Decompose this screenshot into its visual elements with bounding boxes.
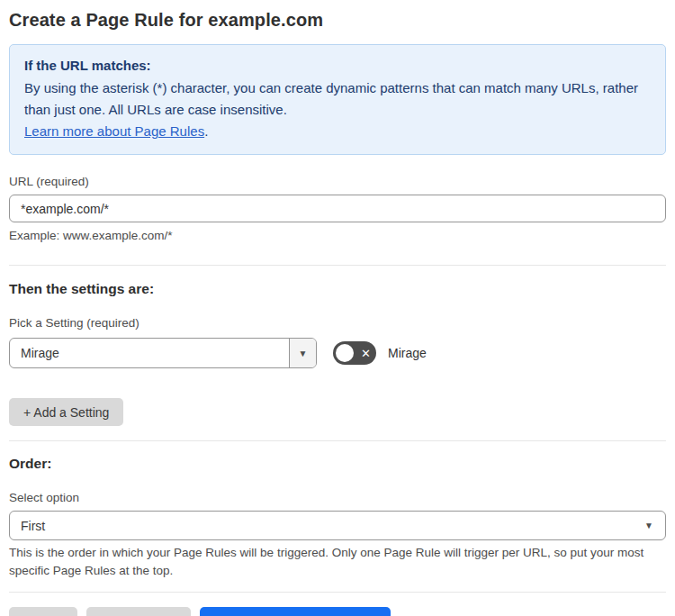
- chevron-down-icon: ▼: [644, 512, 653, 539]
- toggle-off-icon: ✕: [361, 341, 371, 365]
- divider: [9, 440, 666, 441]
- url-match-info-box: If the URL matches: By using the asteris…: [9, 44, 666, 155]
- setting-select-value: Mirage: [10, 339, 289, 367]
- url-input[interactable]: [9, 195, 666, 222]
- url-example-text: Example: www.example.com/*: [9, 227, 666, 245]
- learn-more-link[interactable]: Learn more about Page Rules: [24, 123, 204, 139]
- order-select[interactable]: First ▼: [9, 511, 666, 540]
- page-title: Create a Page Rule for example.com: [9, 7, 666, 32]
- divider: [9, 592, 666, 593]
- settings-section-heading: Then the settings are:: [9, 280, 666, 297]
- toggle-knob: [336, 344, 354, 362]
- divider: [9, 265, 666, 266]
- setting-row: Mirage ▼ ✕ Mirage: [9, 338, 666, 368]
- add-setting-button[interactable]: + Add a Setting: [9, 398, 123, 426]
- mirage-toggle[interactable]: ✕: [333, 341, 376, 365]
- setting-select[interactable]: Mirage ▼: [9, 338, 317, 368]
- order-select-label: Select option: [9, 490, 666, 505]
- info-box-heading: If the URL matches:: [24, 55, 651, 77]
- footer-actions: Cancel Save as Draft Save and Deploy Pag…: [9, 607, 666, 616]
- create-page-rule-form: Create a Page Rule for example.com If th…: [0, 0, 675, 616]
- save-as-draft-button[interactable]: Save as Draft: [86, 607, 192, 616]
- chevron-down-icon: ▼: [299, 349, 308, 358]
- info-box-link-line: Learn more about Page Rules.: [24, 121, 651, 142]
- save-and-deploy-button[interactable]: Save and Deploy Page Rule: [200, 607, 391, 616]
- order-section-heading: Order:: [9, 455, 666, 472]
- order-help-text: This is the order in which your Page Rul…: [9, 544, 666, 580]
- order-select-value: First: [21, 519, 45, 533]
- setting-select-arrow-button[interactable]: ▼: [289, 339, 316, 367]
- pick-setting-label: Pick a Setting (required): [9, 315, 666, 331]
- link-suffix: .: [204, 123, 208, 139]
- url-field-label: URL (required): [9, 174, 666, 189]
- info-box-body: By using the asterisk (*) character, you…: [24, 77, 651, 121]
- cancel-button[interactable]: Cancel: [9, 607, 77, 616]
- toggle-label: Mirage: [388, 346, 427, 360]
